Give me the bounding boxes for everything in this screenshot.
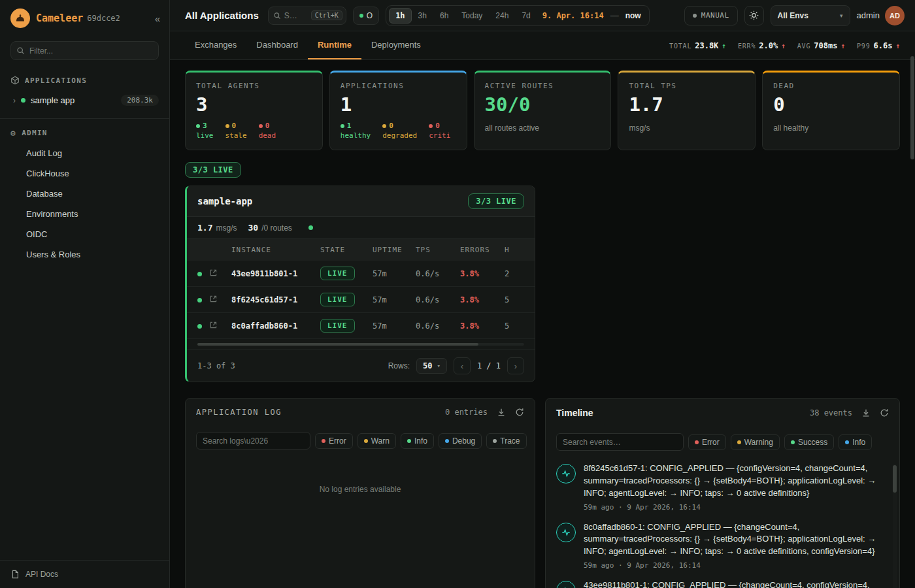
health-dot bbox=[308, 225, 313, 230]
stat-card-value: 1 bbox=[341, 95, 456, 114]
sidebar-item-users-roles[interactable]: Users & Roles bbox=[0, 244, 169, 265]
log-filter-warn[interactable]: Warn bbox=[358, 433, 396, 449]
tab-runtime[interactable]: Runtime bbox=[308, 31, 361, 59]
user-menu[interactable]: admin AD bbox=[857, 6, 905, 25]
time-range-6h[interactable]: 6h bbox=[433, 8, 455, 24]
status-dot bbox=[429, 124, 433, 128]
timeline-event[interactable]: 8c0affadb860-1: CONFIG_APPLIED — {change… bbox=[556, 521, 884, 570]
timeline-event[interactable]: 8f6245c61d57-1: CONFIG_APPLIED — {config… bbox=[556, 463, 884, 512]
global-search-input[interactable] bbox=[284, 11, 308, 20]
horizontal-scrollbar[interactable] bbox=[197, 343, 524, 346]
table-row[interactable]: 8f6245c61d57-1 LIVE 57m 0.6/s 3.8% 5 bbox=[187, 287, 535, 313]
stat-p99: P99 6.6s ↑ bbox=[857, 41, 900, 50]
refresh-button[interactable] bbox=[880, 408, 889, 417]
global-search[interactable]: Ctrl+K bbox=[268, 7, 346, 25]
sidebar-item-audit-log[interactable]: Audit Log bbox=[0, 143, 169, 163]
sidebar-item-oidc[interactable]: OIDC bbox=[0, 224, 169, 244]
main-area: All Applications Ctrl+K O 1h 3h 6h Today… bbox=[170, 0, 915, 588]
online-label: O bbox=[367, 11, 373, 20]
log-filter-info[interactable]: Info bbox=[401, 433, 434, 449]
timeline-filter-warning[interactable]: Warning bbox=[731, 434, 780, 450]
timeline-scrollbar[interactable] bbox=[893, 464, 897, 588]
sidebar-item-sample-app[interactable]: › sample app 208.3k bbox=[0, 90, 169, 110]
tps-value: 1.7 bbox=[197, 223, 212, 233]
sidebar-item-clickhouse[interactable]: ClickHouse bbox=[0, 163, 169, 184]
avatar: AD bbox=[885, 6, 905, 25]
timeline-search-input[interactable] bbox=[556, 433, 684, 451]
environment-select[interactable]: All Envs ▾ bbox=[771, 5, 850, 26]
state-badge: LIVE bbox=[320, 293, 355, 306]
activity-icon bbox=[556, 523, 576, 542]
tab-exchanges[interactable]: Exchanges bbox=[185, 31, 246, 59]
time-range-1h[interactable]: 1h bbox=[389, 8, 411, 24]
sidebar-item-database[interactable]: Database bbox=[0, 184, 169, 204]
sample-app-header: sample-app 3/3 LIVE bbox=[187, 186, 535, 217]
sidebar-filter-input[interactable] bbox=[10, 41, 159, 60]
next-page-button[interactable]: › bbox=[507, 357, 524, 374]
success-dot bbox=[791, 440, 795, 444]
log-filter-debug[interactable]: Debug bbox=[439, 433, 482, 449]
stat-card-subtitle: msg/s bbox=[629, 123, 744, 133]
routes-suffix: /0 routes bbox=[261, 223, 292, 233]
extra-cell: 5 bbox=[505, 321, 535, 331]
table-row[interactable]: 8c0affadb860-1 LIVE 57m 0.6/s 3.8% 5 bbox=[187, 313, 535, 339]
content: TOTAL AGENTS 3 3 live 0 stale 0 bbox=[170, 60, 915, 588]
manual-dot bbox=[693, 14, 697, 18]
api-docs-label: API Docs bbox=[25, 570, 58, 579]
stat-card-title: TOTAL AGENTS bbox=[196, 82, 312, 90]
download-icon bbox=[497, 408, 506, 417]
rows-per-page-select[interactable]: 50 ▾ bbox=[416, 358, 447, 374]
admin-section-header: ⚙ ADMIN bbox=[0, 123, 169, 143]
timeline-filter-success[interactable]: Success bbox=[784, 434, 834, 450]
external-link-icon[interactable] bbox=[209, 321, 218, 329]
info-dot bbox=[845, 440, 849, 444]
refresh-button[interactable] bbox=[515, 408, 524, 417]
timeline-filter-info[interactable]: Info bbox=[839, 434, 872, 450]
theme-toggle-button[interactable] bbox=[744, 6, 764, 25]
range-start-date[interactable]: 9. Apr. 16:14 bbox=[537, 11, 609, 20]
online-indicator[interactable]: O bbox=[353, 7, 379, 25]
external-link-icon[interactable] bbox=[209, 269, 218, 277]
tab-dashboard[interactable]: Dashboard bbox=[246, 31, 308, 59]
log-search-input[interactable] bbox=[196, 432, 310, 449]
tab-deployments[interactable]: Deployments bbox=[361, 31, 431, 59]
event-time: 59m ago · 9 Apr 2026, 16:14 bbox=[584, 561, 884, 570]
status-dot bbox=[382, 124, 386, 128]
caret-down-icon: ▾ bbox=[437, 363, 440, 369]
status-dot bbox=[225, 124, 229, 128]
sidebar-item-environments[interactable]: Environments bbox=[0, 204, 169, 224]
download-button[interactable] bbox=[497, 408, 506, 417]
stat-card-title: ACTIVE ROUTES bbox=[485, 82, 601, 90]
page-indicator: 1 / 1 bbox=[477, 361, 501, 370]
state-badge: LIVE bbox=[320, 267, 355, 280]
manual-refresh-button[interactable]: MANUAL bbox=[684, 6, 738, 25]
sidebar-filter bbox=[10, 41, 159, 60]
scrollbar-thumb[interactable] bbox=[893, 465, 897, 493]
table-row[interactable]: 43ee9811b801-1 LIVE 57m 0.6/s 3.8% 2 bbox=[187, 261, 535, 287]
app-title: Cameleer bbox=[36, 12, 83, 24]
external-link-icon[interactable] bbox=[209, 295, 218, 303]
log-panel-title: APPLICATION LOG bbox=[196, 408, 282, 417]
stat-card-value: 0 bbox=[773, 95, 889, 114]
window-scrollbar[interactable] bbox=[910, 56, 914, 159]
api-docs-link[interactable]: API Docs bbox=[0, 560, 169, 588]
stat-err: ERR% 2.0% ↑ bbox=[738, 41, 786, 50]
errors-cell: 3.8% bbox=[460, 321, 505, 331]
time-range-3h[interactable]: 3h bbox=[412, 8, 433, 24]
event-text: 8f6245c61d57-1: CONFIG_APPLIED — {config… bbox=[584, 463, 884, 500]
time-range-today[interactable]: Today bbox=[455, 8, 489, 24]
log-filter-trace[interactable]: Trace bbox=[486, 433, 526, 449]
sidebar-divider bbox=[0, 118, 169, 119]
search-icon bbox=[16, 46, 25, 55]
sidebar-collapse-button[interactable]: « bbox=[155, 13, 160, 24]
log-filter-error[interactable]: Error bbox=[315, 433, 353, 449]
time-range-7d[interactable]: 7d bbox=[515, 8, 537, 24]
prev-page-button[interactable]: ‹ bbox=[454, 357, 471, 374]
scrollbar-thumb[interactable] bbox=[197, 343, 478, 346]
instance-status-dot bbox=[197, 272, 202, 276]
download-button[interactable] bbox=[861, 408, 871, 417]
range-end[interactable]: now bbox=[620, 11, 646, 20]
timeline-filter-error[interactable]: Error bbox=[688, 434, 726, 450]
time-range-24h[interactable]: 24h bbox=[489, 8, 515, 24]
timeline-event[interactable]: 43ee9811b801-1: CONFIG_APPLIED — {change… bbox=[556, 580, 884, 588]
